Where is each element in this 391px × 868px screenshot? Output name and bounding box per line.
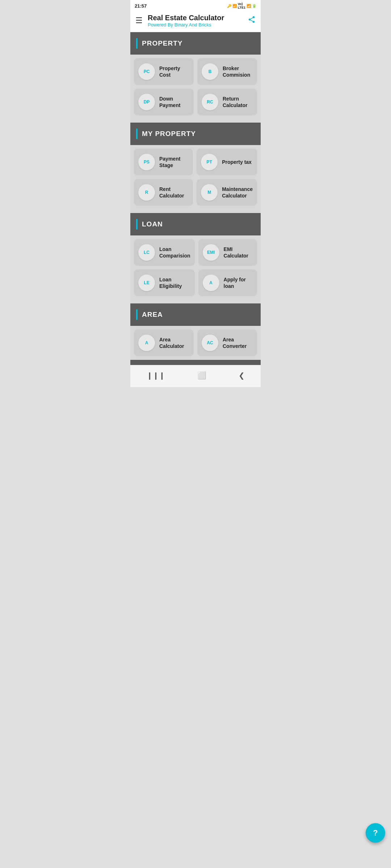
cards-grid-loan: LC Loan Comparision EMI EMI Calculator L… <box>130 235 261 300</box>
section-spacer-area <box>130 300 261 303</box>
section-spacer-my-property <box>130 119 261 123</box>
accent-bar-my-property <box>136 128 138 139</box>
share-button[interactable] <box>248 16 256 26</box>
section-title-area: AREA <box>142 311 163 319</box>
card-label-ps: Payment Stage <box>159 156 189 169</box>
card-avatar-pc: PC <box>138 63 155 80</box>
section-spacer-loan <box>130 209 261 213</box>
card-avatar-le: LE <box>138 275 155 291</box>
section-header-my-property: MY PROPERTY <box>130 123 261 145</box>
card-label-ac: Area Converter <box>223 336 253 349</box>
cards-grid-property: PC Property Cost B Broker Commision DP D… <box>130 55 261 119</box>
accent-bar-property <box>136 38 138 49</box>
card-label-emi: EMI Calculator <box>224 246 253 259</box>
card-avatar-ac: AC <box>202 335 218 351</box>
card-avatar-lc: LC <box>138 244 155 261</box>
accent-bar-loan <box>136 219 138 230</box>
app-bar-left: ☰ Real Estate Calculator Powered By Bina… <box>135 14 224 27</box>
card-pc[interactable]: PC Property Cost <box>134 58 194 85</box>
status-icons: 🔑 📶 Vo)LTE1 📶 🔋 <box>227 2 256 9</box>
section-title-my-property: MY PROPERTY <box>142 130 196 138</box>
card-ps[interactable]: PS Payment Stage <box>134 149 193 175</box>
card-label-r: Rent Calculator <box>159 186 189 199</box>
card-avatar-emi: EMI <box>203 244 219 261</box>
nav-home-button[interactable]: ⬜ <box>190 370 214 381</box>
card-ac[interactable]: AC Area Converter <box>197 329 257 356</box>
main-content: PROPERTY PC Property Cost B Broker Commi… <box>130 32 261 365</box>
card-label-m: Maintenance Calculator <box>222 186 253 199</box>
card-avatar-r: R <box>138 184 155 201</box>
card-le[interactable]: LE Loan Eligibility <box>134 269 195 296</box>
nav-bar: ❙❙❙ ⬜ ❮ <box>130 365 261 387</box>
app-title-group: Real Estate Calculator Powered By Binary… <box>148 14 224 27</box>
wifi-icon: 📶 <box>232 4 237 8</box>
card-pt[interactable]: PT Property tax <box>197 149 257 175</box>
card-label-le: Loan Eligibility <box>159 276 190 289</box>
card-dp[interactable]: DP Down Payment <box>134 89 194 115</box>
nav-recent-button[interactable]: ❙❙❙ <box>139 370 172 381</box>
status-time: 21:57 <box>135 3 147 9</box>
section-header-property: PROPERTY <box>130 32 261 55</box>
card-label-dp: Down Payment <box>159 95 189 109</box>
signal-icon: 📶 <box>247 4 251 8</box>
card-m[interactable]: M Maintenance Calculator <box>197 179 257 206</box>
section-header-area: AREA <box>130 303 261 326</box>
card-label-rc: Return Calculator <box>223 95 253 109</box>
card-avatar-a: A <box>203 275 219 291</box>
card-emi[interactable]: EMI EMI Calculator <box>198 239 257 266</box>
card-area-calc[interactable]: A Area Calculator <box>134 329 194 356</box>
app-title: Real Estate Calculator <box>148 14 224 22</box>
section-title-loan: LOAN <box>142 220 163 228</box>
card-avatar-ps: PS <box>138 154 155 170</box>
card-label-a: Apply for loan <box>224 276 253 289</box>
lte-icon: Vo)LTE1 <box>238 2 245 9</box>
card-b[interactable]: B Broker Commision <box>197 58 257 85</box>
card-r[interactable]: R Rent Calculator <box>134 179 193 206</box>
card-avatar-rc: RC <box>202 94 218 110</box>
menu-button[interactable]: ☰ <box>135 16 143 25</box>
card-label-area-calc: Area Calculator <box>159 336 189 349</box>
card-avatar-pt: PT <box>201 154 218 170</box>
card-label-b: Broker Commision <box>223 65 253 78</box>
battery-icon: 🔋 <box>252 4 256 8</box>
accent-bar-area <box>136 309 138 320</box>
card-avatar-b: B <box>202 63 218 80</box>
key-icon: 🔑 <box>227 4 231 8</box>
section-header-loan: LOAN <box>130 213 261 235</box>
section-title-property: PROPERTY <box>142 39 183 47</box>
app-bar: ☰ Real Estate Calculator Powered By Bina… <box>130 11 261 32</box>
card-lc[interactable]: LC Loan Comparision <box>134 239 195 266</box>
card-label-pc: Property Cost <box>159 65 189 78</box>
card-label-lc: Loan Comparision <box>159 246 190 259</box>
cards-grid-my-property: PS Payment Stage PT Property tax R Rent … <box>130 145 261 209</box>
app-subtitle: Powered By Binary And Bricks <box>148 22 224 27</box>
card-avatar-dp: DP <box>138 94 155 110</box>
cards-grid-area: A Area Calculator AC Area Converter <box>130 326 261 360</box>
nav-back-button[interactable]: ❮ <box>231 370 252 381</box>
card-a[interactable]: A Apply for loan <box>198 269 257 296</box>
card-label-pt: Property tax <box>222 159 252 165</box>
card-rc[interactable]: RC Return Calculator <box>197 89 257 115</box>
card-avatar-m: M <box>201 184 218 201</box>
card-avatar-area-calc: A <box>138 335 155 351</box>
status-bar: 21:57 🔑 📶 Vo)LTE1 📶 🔋 <box>130 0 261 11</box>
bottom-bar <box>130 360 261 365</box>
